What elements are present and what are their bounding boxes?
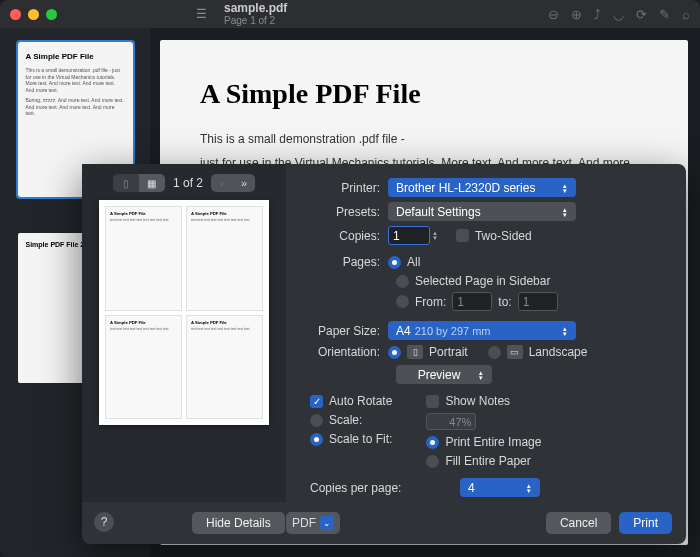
pages-selected-label: Selected Page in Sidebar — [415, 274, 550, 288]
filename-label: sample.pdf — [224, 2, 287, 15]
chevron-updown-icon: ▴▾ — [558, 178, 572, 197]
preview-mini-page: A Simple PDF Filetext text text text tex… — [105, 206, 182, 311]
presets-value: Default Settings — [396, 205, 481, 219]
paper-size-label: Paper Size: — [294, 324, 388, 338]
search-icon[interactable]: ⌕ — [682, 7, 690, 22]
show-notes-label: Show Notes — [445, 394, 510, 408]
sidebar-toggle-icon[interactable]: ☰ — [191, 4, 211, 24]
copies-label: Copies: — [294, 229, 388, 243]
landscape-label: Landscape — [529, 345, 588, 359]
toolbar-right: ⊖ ⊕ ⤴ ◡ ⟳ ✎ ⌕ — [548, 7, 690, 22]
presets-select[interactable]: Default Settings ▴▾ — [388, 202, 576, 221]
chevron-updown-icon: ▴▾ — [522, 478, 536, 497]
copies-per-page-label: Copies per page: — [310, 481, 460, 495]
paper-dim-label: 210 by 297 mm — [415, 325, 491, 337]
two-sided-label: Two-Sided — [475, 229, 532, 243]
fill-entire-radio[interactable] — [426, 455, 439, 468]
pdf-label: PDF — [292, 516, 316, 530]
preview-mini-page: A Simple PDF Filetext text text text tex… — [186, 206, 263, 311]
from-label: From: — [415, 295, 446, 309]
copies-stepper[interactable]: ▲▼ — [432, 231, 438, 241]
pdf-dropdown[interactable]: PDF — [286, 512, 340, 534]
presets-label: Presets: — [294, 205, 388, 219]
dialog-footer: PDF Cancel Print — [82, 502, 686, 544]
share-icon[interactable]: ⤴ — [594, 7, 601, 22]
scale-to-fit-label: Scale to Fit: — [329, 432, 392, 446]
section-value: Preview — [418, 368, 461, 382]
fill-entire-label: Fill Entire Paper — [445, 454, 530, 468]
scale-to-fit-radio[interactable] — [310, 433, 323, 446]
print-entire-radio[interactable] — [426, 436, 439, 449]
minimize-window-button[interactable] — [28, 9, 39, 20]
zoom-window-button[interactable] — [46, 9, 57, 20]
pages-label: Pages: — [294, 255, 388, 269]
auto-rotate-label: Auto Rotate — [329, 394, 392, 408]
page-title: A Simple PDF File — [200, 78, 648, 110]
page-indicator-label: Page 1 of 2 — [224, 15, 287, 26]
orientation-label: Orientation: — [294, 345, 388, 359]
preview-view-toggle[interactable]: ▯ ▦ — [113, 174, 165, 192]
printer-value: Brother HL-L2320D series — [396, 181, 535, 195]
section-select[interactable]: Preview ▴▾ — [396, 365, 492, 384]
chevron-down-icon — [320, 516, 334, 530]
scale-percent-input — [426, 413, 476, 430]
pages-all-label: All — [407, 255, 420, 269]
single-page-icon[interactable]: ▯ — [113, 174, 139, 192]
preview-nav-arrows: › » — [211, 174, 255, 192]
copies-per-page-select[interactable]: 4 ▴▾ — [460, 478, 540, 497]
two-sided-checkbox[interactable] — [456, 229, 469, 242]
rotate-icon[interactable]: ⟳ — [636, 7, 647, 22]
pages-all-radio[interactable] — [388, 256, 401, 269]
print-preview-pane: ▯ ▦ 1 of 2 › » A Simple PDF Filetext tex… — [82, 164, 286, 502]
orientation-portrait-radio[interactable] — [388, 346, 401, 359]
window-controls — [10, 9, 57, 20]
chevron-updown-icon: ▴▾ — [474, 365, 488, 384]
pages-selected-radio[interactable] — [396, 275, 409, 288]
preview-mini-page: A Simple PDF Filetext text text text tex… — [105, 315, 182, 420]
document-title: sample.pdf Page 1 of 2 — [224, 2, 287, 26]
zoom-out-icon[interactable]: ⊖ — [548, 7, 559, 22]
next-page-button[interactable]: » — [233, 174, 255, 192]
cancel-button[interactable]: Cancel — [546, 512, 611, 534]
show-notes-checkbox[interactable] — [426, 395, 439, 408]
chevron-updown-icon: ▴▾ — [558, 202, 572, 221]
scale-radio[interactable] — [310, 414, 323, 427]
to-label: to: — [498, 295, 511, 309]
preview-page-count: 1 of 2 — [173, 176, 203, 190]
pages-range-radio[interactable] — [396, 295, 409, 308]
close-window-button[interactable] — [10, 9, 21, 20]
printer-label: Printer: — [294, 181, 388, 195]
preview-mini-page: A Simple PDF Filetext text text text tex… — [186, 315, 263, 420]
paper-size-select[interactable]: A4 210 by 297 mm ▴▾ — [388, 321, 576, 340]
chevron-updown-icon: ▴▾ — [558, 321, 572, 340]
pages-to-input[interactable] — [518, 292, 558, 311]
print-preview-sheet: A Simple PDF Filetext text text text tex… — [99, 200, 269, 425]
prev-page-button[interactable]: › — [211, 174, 233, 192]
pages-from-input[interactable] — [452, 292, 492, 311]
orientation-landscape-radio[interactable] — [488, 346, 501, 359]
paper-size-value: A4 — [396, 324, 411, 338]
auto-rotate-checkbox[interactable] — [310, 395, 323, 408]
landscape-icon: ▭ — [507, 345, 523, 359]
printer-select[interactable]: Brother HL-L2320D series ▴▾ — [388, 178, 576, 197]
window-titlebar: ☰ sample.pdf Page 1 of 2 ⊖ ⊕ ⤴ ◡ ⟳ ✎ ⌕ — [0, 0, 700, 28]
highlight-icon[interactable]: ◡ — [613, 7, 624, 22]
print-entire-label: Print Entire Image — [445, 435, 541, 449]
copies-per-page-value: 4 — [468, 481, 475, 495]
print-button[interactable]: Print — [619, 512, 672, 534]
print-dialog: ▯ ▦ 1 of 2 › » A Simple PDF Filetext tex… — [82, 164, 686, 544]
thumb-title: A Simple PDF File — [26, 52, 125, 61]
copies-input[interactable] — [388, 226, 430, 245]
grid-page-icon[interactable]: ▦ — [139, 174, 165, 192]
markup-icon[interactable]: ✎ — [659, 7, 670, 22]
print-options-form: Printer: Brother HL-L2320D series ▴▾ Pre… — [286, 164, 686, 502]
scale-label: Scale: — [329, 413, 362, 427]
zoom-in-icon[interactable]: ⊕ — [571, 7, 582, 22]
page-paragraph: This is a small demonstration .pdf file … — [200, 132, 648, 146]
portrait-label: Portrait — [429, 345, 468, 359]
portrait-icon: ▯ — [407, 345, 423, 359]
